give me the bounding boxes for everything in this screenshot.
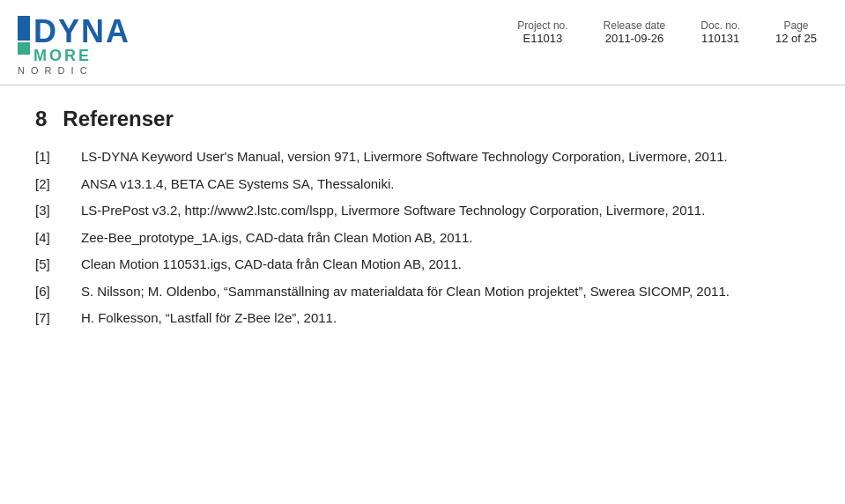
list-item: [2]ANSA v13.1.4, BETA CAE Systems SA, Th…	[35, 174, 810, 195]
list-item: [7]H. Folkesson, “Lastfall för Z-Bee l2e…	[35, 308, 810, 329]
ref-number: [2]	[35, 174, 81, 195]
ref-number: [1]	[35, 147, 81, 167]
ref-text: ANSA v13.1.4, BETA CAE Systems SA, Thess…	[81, 174, 394, 195]
meta-release-date: Release date 2011-09-26	[604, 19, 666, 45]
header-meta-labels-row: Project no. E11013 Release date 2011-09-…	[517, 19, 817, 45]
page: DYNA MORE N O R D I C Project no. E11013…	[0, 0, 845, 504]
references-list: [1]LS-DYNA Keyword User's Manual, versio…	[35, 147, 810, 329]
doc-no-label: Doc. no.	[700, 19, 740, 32]
ref-text: LS-DYNA Keyword User's Manual, version 9…	[81, 147, 728, 167]
logo-area: DYNA MORE N O R D I C	[18, 16, 130, 76]
section-title: Referenser	[63, 107, 173, 131]
ref-text: Clean Motion 110531.igs, CAD-data från C…	[81, 255, 462, 275]
header: DYNA MORE N O R D I C Project no. E11013…	[0, 0, 845, 85]
ref-text: LS-PrePost v3.2, http://www2.lstc.com/ls…	[81, 201, 705, 221]
list-item: [6]S. Nilsson; M. Oldenbo, “Sammanställn…	[35, 282, 810, 302]
release-date-value: 2011-09-26	[605, 32, 664, 45]
section-number: 8	[35, 107, 47, 131]
header-meta: Project no. E11013 Release date 2011-09-…	[517, 19, 817, 48]
ref-text: H. Folkesson, “Lastfall för Z-Bee l2e”, …	[81, 308, 337, 329]
ref-number: [5]	[35, 255, 81, 275]
doc-no-value: 110131	[701, 32, 739, 45]
logo-text-group: DYNA MORE	[33, 16, 130, 63]
logo-more-label: MORE	[33, 48, 130, 63]
logo-dyna: DYNA MORE	[18, 16, 130, 63]
meta-doc-no: Doc. no. 110131	[700, 19, 740, 45]
ref-number: [4]	[35, 228, 81, 248]
logo-dyna-label: DYNA	[33, 16, 130, 48]
project-no-value: E11013	[523, 32, 562, 45]
ref-number: [3]	[35, 201, 81, 221]
project-no-label: Project no.	[517, 19, 567, 32]
page-value: 12 of 25	[775, 32, 817, 45]
list-item: [4]Zee-Bee_prototype_1A.igs, CAD-data fr…	[35, 228, 810, 248]
logo-nordic-label: N O R D I C	[18, 65, 89, 76]
page-label: Page	[783, 19, 808, 32]
ref-number: [6]	[35, 282, 81, 302]
ref-text: S. Nilsson; M. Oldenbo, “Sammanställning…	[81, 282, 730, 302]
section-heading: 8 Referenser	[35, 107, 810, 131]
meta-page: Page 12 of 25	[775, 19, 817, 45]
list-item: [3]LS-PrePost v3.2, http://www2.lstc.com…	[35, 201, 810, 221]
release-date-label: Release date	[604, 19, 666, 32]
list-item: [5]Clean Motion 110531.igs, CAD-data frå…	[35, 255, 810, 275]
content: 8 Referenser [1]LS-DYNA Keyword User's M…	[0, 85, 845, 357]
ref-number: [7]	[35, 308, 81, 329]
ref-text: Zee-Bee_prototype_1A.igs, CAD-data från …	[81, 228, 472, 248]
list-item: [1]LS-DYNA Keyword User's Manual, versio…	[35, 147, 810, 167]
meta-project-no: Project no. E11013	[517, 19, 567, 45]
